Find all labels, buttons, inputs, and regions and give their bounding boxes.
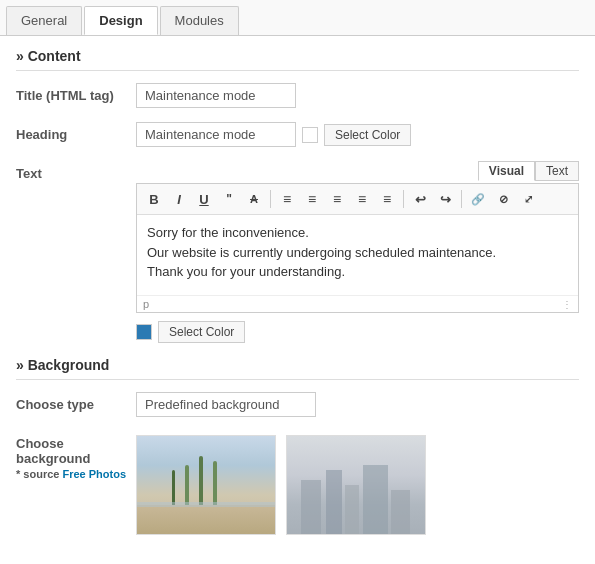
background-section: » Background Choose type Choose backgrou…: [16, 357, 579, 535]
content-section-heading: » Content: [16, 48, 579, 71]
strikethrough-btn[interactable]: A: [243, 188, 265, 210]
text-row: Text Visual Text B I U " A ≡ ≡ ≡ ≡: [16, 161, 579, 343]
heading-color-swatch: [302, 127, 318, 143]
source-text: * source Free Photos: [16, 468, 136, 480]
tab-bar: General Design Modules: [0, 0, 595, 36]
bg-thumb-2[interactable]: [286, 435, 426, 535]
heading-label: Heading: [16, 122, 136, 142]
editor-tag: p: [143, 298, 149, 310]
editor-wrapper: B I U " A ≡ ≡ ≡ ≡ ≡ ↩ ↪ 🔗 ⊘: [136, 183, 579, 313]
bg-images-control: [136, 431, 579, 535]
editor-toggle: Visual Text: [136, 161, 579, 181]
text-control: Visual Text B I U " A ≡ ≡ ≡ ≡ ≡: [136, 161, 579, 343]
background-images: [136, 435, 579, 535]
editor-content[interactable]: Sorry for the inconvenience. Our website…: [137, 215, 578, 295]
editor-toolbar: B I U " A ≡ ≡ ≡ ≡ ≡ ↩ ↪ 🔗 ⊘: [137, 184, 578, 215]
resize-handle[interactable]: ⋮: [562, 299, 572, 310]
tab-modules[interactable]: Modules: [160, 6, 239, 35]
text-color-button[interactable]: Select Color: [158, 321, 245, 343]
bg-thumb-city-img: [287, 436, 425, 534]
underline-btn[interactable]: U: [193, 188, 215, 210]
choose-type-input[interactable]: [136, 392, 316, 417]
choose-background-label: Choose background * source Free Photos: [16, 431, 136, 480]
text-toggle-btn[interactable]: Text: [535, 161, 579, 181]
visual-toggle-btn[interactable]: Visual: [478, 161, 535, 181]
tree-1: [185, 465, 189, 504]
heading-color-button[interactable]: Select Color: [324, 124, 411, 146]
tab-design[interactable]: Design: [84, 6, 157, 35]
italic-btn[interactable]: I: [168, 188, 190, 210]
text-color-row: Select Color: [136, 321, 579, 343]
blockquote-btn[interactable]: ": [218, 188, 240, 210]
building-5: [391, 490, 410, 534]
building-1: [301, 480, 322, 534]
text-color-swatch: [136, 324, 152, 340]
indent-btn[interactable]: ≡: [376, 188, 398, 210]
toolbar-sep-3: [461, 190, 462, 208]
free-photos-link[interactable]: Free Photos: [62, 468, 126, 480]
heading-input[interactable]: [136, 122, 296, 147]
choose-type-control: [136, 392, 579, 417]
choose-background-row: Choose background * source Free Photos: [16, 431, 579, 535]
tree-2: [199, 456, 203, 505]
editor-line-2: Our website is currently undergoing sche…: [147, 243, 568, 263]
heading-control: Select Color: [136, 122, 579, 147]
title-label: Title (HTML tag): [16, 83, 136, 103]
redo-btn[interactable]: ↪: [434, 188, 456, 210]
background-section-heading: » Background: [16, 357, 579, 380]
heading-row: Heading Select Color: [16, 122, 579, 147]
align-right-btn[interactable]: ≡: [326, 188, 348, 210]
bold-btn[interactable]: B: [143, 188, 165, 210]
text-label: Text: [16, 161, 136, 181]
choose-type-row: Choose type: [16, 392, 579, 417]
title-row: Title (HTML tag): [16, 83, 579, 108]
editor-line-1: Sorry for the inconvenience.: [147, 223, 568, 243]
building-2: [326, 470, 343, 534]
water: [137, 502, 275, 507]
toolbar-sep-1: [270, 190, 271, 208]
toolbar-sep-2: [403, 190, 404, 208]
tab-general[interactable]: General: [6, 6, 82, 35]
align-left-btn[interactable]: ≡: [276, 188, 298, 210]
bg-thumb-beach-img: [137, 436, 275, 534]
fullscreen-btn[interactable]: ⤢: [517, 188, 539, 210]
link-btn[interactable]: 🔗: [467, 188, 489, 210]
editor-line-3: Thank you for your understanding.: [147, 262, 568, 282]
undo-btn[interactable]: ↩: [409, 188, 431, 210]
title-input[interactable]: [136, 83, 296, 108]
editor-footer: p ⋮: [137, 295, 578, 312]
align-center-btn[interactable]: ≡: [301, 188, 323, 210]
tree-3: [213, 461, 217, 505]
main-panel: » Content Title (HTML tag) Heading Selec…: [0, 36, 595, 564]
building-3: [345, 485, 359, 534]
choose-type-label: Choose type: [16, 392, 136, 412]
unlink-btn[interactable]: ⊘: [492, 188, 514, 210]
building-4: [363, 465, 388, 534]
tree-4: [172, 470, 175, 504]
align-justify-btn[interactable]: ≡: [351, 188, 373, 210]
bg-thumb-1[interactable]: [136, 435, 276, 535]
title-control: [136, 83, 579, 108]
beach-ground: [137, 505, 275, 534]
